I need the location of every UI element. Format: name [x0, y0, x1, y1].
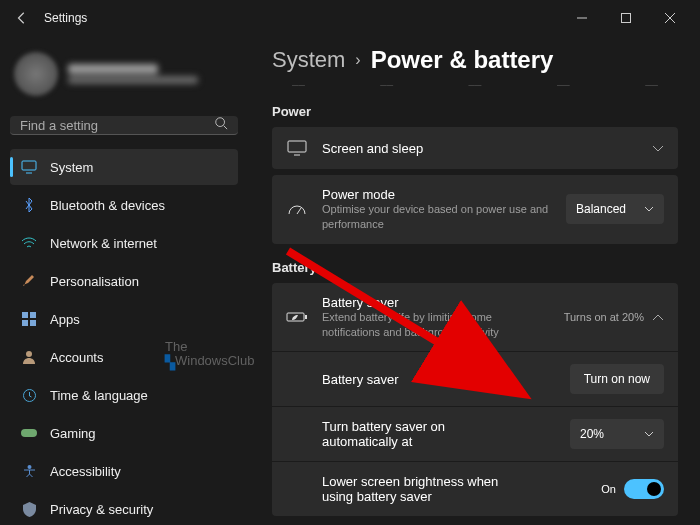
row-title: Battery saver: [322, 372, 556, 387]
power-mode-select[interactable]: Balanced: [566, 194, 664, 224]
system-icon: [20, 158, 38, 176]
chevron-down-icon: [652, 139, 664, 157]
main-content: System › Power & battery ────────── Powe…: [248, 36, 700, 525]
auto-threshold-select[interactable]: 20%: [570, 419, 664, 449]
svg-rect-8: [22, 312, 28, 318]
nav-time-language[interactable]: Time & language: [10, 377, 238, 413]
globe-clock-icon: [20, 386, 38, 404]
app-title: Settings: [44, 11, 87, 25]
nav-privacy[interactable]: Privacy & security: [10, 491, 238, 525]
select-value: 20%: [580, 427, 604, 441]
screen-icon: [286, 140, 308, 156]
apps-icon: [20, 310, 38, 328]
page-title: Power & battery: [371, 46, 554, 74]
nav-bluetooth[interactable]: Bluetooth & devices: [10, 187, 238, 223]
gauge-icon: [286, 202, 308, 216]
section-power-heading: Power: [272, 104, 678, 119]
battery-saver-header[interactable]: Battery saver Extend battery life by lim…: [272, 283, 678, 352]
toggle-state-label: On: [601, 483, 616, 495]
svg-rect-9: [30, 312, 36, 318]
user-name-blurred: [68, 64, 198, 84]
nav-apps[interactable]: Apps: [10, 301, 238, 337]
chevron-down-icon: [644, 202, 654, 216]
svg-line-5: [224, 126, 228, 130]
svg-point-15: [27, 465, 31, 469]
row-subtitle: Optimise your device based on power use …: [322, 202, 552, 232]
screen-sleep-card[interactable]: Screen and sleep: [272, 127, 678, 169]
maximize-icon: [621, 13, 631, 23]
nav-label: Privacy & security: [50, 502, 153, 517]
lower-brightness-row: Lower screen brightness when using batte…: [272, 462, 678, 516]
row-title: Power mode: [322, 187, 552, 202]
close-icon: [665, 13, 675, 23]
paintbrush-icon: [20, 272, 38, 290]
wifi-icon: [20, 234, 38, 252]
shield-icon: [20, 500, 38, 518]
select-value: Balanced: [576, 202, 626, 216]
search-input[interactable]: [20, 118, 214, 133]
chevron-up-icon: [652, 308, 664, 326]
accessibility-icon: [20, 462, 38, 480]
svg-rect-16: [288, 141, 306, 152]
nav-system[interactable]: System: [10, 149, 238, 185]
gamepad-icon: [20, 424, 38, 442]
nav-network[interactable]: Network & internet: [10, 225, 238, 261]
chevron-right-icon: ›: [355, 51, 360, 69]
nav-label: Accessibility: [50, 464, 121, 479]
svg-rect-10: [22, 320, 28, 326]
sidebar: System Bluetooth & devices Network & int…: [0, 36, 248, 525]
row-subtitle: Extend battery life by limiting some not…: [322, 310, 550, 340]
search-icon: [214, 116, 228, 134]
nav-label: Gaming: [50, 426, 96, 441]
nav-accessibility[interactable]: Accessibility: [10, 453, 238, 489]
status-text: Turns on at 20%: [564, 311, 644, 323]
svg-line-18: [297, 208, 301, 214]
minimize-button[interactable]: [560, 0, 604, 36]
battery-saver-now-row: Battery saver Turn on now: [272, 352, 678, 406]
back-button[interactable]: [8, 4, 36, 32]
chevron-down-icon: [644, 427, 654, 441]
maximize-button[interactable]: [604, 0, 648, 36]
nav-label: System: [50, 160, 93, 175]
svg-point-12: [26, 351, 32, 357]
minimize-icon: [577, 13, 587, 23]
avatar: [14, 52, 58, 96]
nav-label: Apps: [50, 312, 80, 327]
row-title: Screen and sleep: [322, 141, 638, 156]
turn-on-now-button[interactable]: Turn on now: [570, 364, 664, 394]
user-profile[interactable]: [10, 42, 238, 110]
svg-rect-14: [21, 429, 37, 437]
search-box[interactable]: [10, 116, 238, 135]
nav-label: Time & language: [50, 388, 148, 403]
svg-rect-6: [22, 161, 36, 170]
nav-label: Personalisation: [50, 274, 139, 289]
arrow-left-icon: [15, 11, 29, 25]
title-bar: Settings: [0, 0, 700, 36]
svg-rect-1: [622, 14, 631, 23]
svg-rect-11: [30, 320, 36, 326]
row-title: Turn battery saver on automatically at: [322, 419, 502, 449]
section-battery-heading: Battery: [272, 260, 678, 275]
row-title: Battery saver: [322, 295, 550, 310]
battery-saver-auto-row: Turn battery saver on automatically at 2…: [272, 407, 678, 461]
nav-gaming[interactable]: Gaming: [10, 415, 238, 451]
row-title: Lower screen brightness when using batte…: [322, 474, 522, 504]
close-button[interactable]: [648, 0, 692, 36]
person-icon: [20, 348, 38, 366]
bluetooth-icon: [20, 196, 38, 214]
nav-label: Accounts: [50, 350, 103, 365]
chart-ticks-cutoff: ──────────: [272, 80, 678, 90]
svg-rect-20: [305, 315, 307, 319]
brightness-toggle[interactable]: [624, 479, 664, 499]
nav-label: Bluetooth & devices: [50, 198, 165, 213]
breadcrumb-parent[interactable]: System: [272, 47, 345, 73]
nav-personalisation[interactable]: Personalisation: [10, 263, 238, 299]
nav-label: Network & internet: [50, 236, 157, 251]
power-mode-card: Power mode Optimise your device based on…: [272, 175, 678, 244]
nav-accounts[interactable]: Accounts: [10, 339, 238, 375]
battery-leaf-icon: [286, 310, 308, 324]
svg-point-4: [216, 118, 225, 127]
nav-list: System Bluetooth & devices Network & int…: [10, 149, 238, 525]
battery-saver-card: Battery saver Extend battery life by lim…: [272, 283, 678, 517]
breadcrumb: System › Power & battery: [272, 46, 678, 74]
